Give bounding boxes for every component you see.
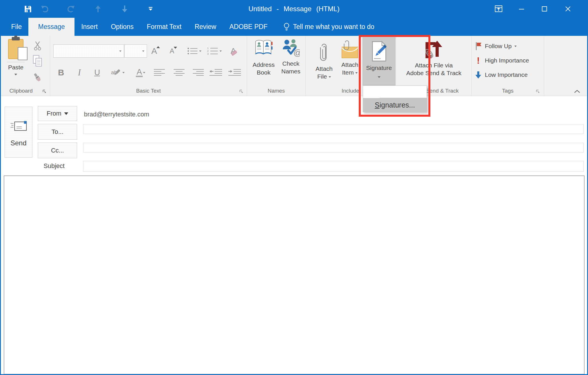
- high-importance-label: High Importance: [485, 57, 529, 64]
- message-body-editor[interactable]: [4, 175, 585, 374]
- to-label: To...: [52, 128, 64, 136]
- align-center-button[interactable]: [172, 65, 187, 80]
- send-label: Send: [10, 139, 26, 147]
- format-painter-button[interactable]: [31, 71, 44, 84]
- font-color-icon: A: [137, 67, 142, 78]
- lightbulb-icon: [283, 22, 290, 31]
- titlebar: Untitled - Message (HTML): [0, 0, 588, 18]
- svg-text:1: 1: [207, 47, 209, 50]
- clear-formatting-button[interactable]: A: [226, 44, 241, 58]
- group-names: Address Book @ Check Names Names: [247, 36, 306, 96]
- collapse-ribbon-button[interactable]: [574, 89, 581, 93]
- increase-indent-icon: [228, 69, 242, 76]
- svg-text:2: 2: [207, 50, 209, 52]
- ribbon-display-options-icon: [495, 5, 503, 13]
- grow-font-button[interactable]: A: [149, 44, 164, 58]
- attach-file-dropdown-arrow: [329, 76, 331, 78]
- paste-label: Paste: [8, 64, 23, 71]
- attach-item-button[interactable]: Attach Item: [338, 37, 362, 85]
- adobe-send-track-icon: [423, 40, 445, 60]
- maximize-button[interactable]: [535, 0, 554, 18]
- cut-button[interactable]: [31, 40, 44, 51]
- close-icon: [565, 5, 571, 12]
- signature-dropdown-arrow: [378, 76, 381, 78]
- ribbon-display-options-button[interactable]: [489, 0, 508, 18]
- high-importance-button[interactable]: ! High Importance: [475, 54, 529, 67]
- paste-clipboard-icon: [8, 39, 23, 59]
- to-button[interactable]: To...: [38, 124, 77, 140]
- numbering-button[interactable]: 1 2 3: [205, 44, 223, 58]
- shrink-font-button[interactable]: A: [167, 44, 181, 58]
- bold-button[interactable]: B: [54, 65, 68, 80]
- numbering-dropdown-arrow: [219, 50, 222, 52]
- scissors-icon: [33, 40, 42, 51]
- font-color-button[interactable]: A: [132, 65, 150, 80]
- from-button[interactable]: From: [38, 106, 77, 121]
- tab-adobe-pdf[interactable]: ADOBE PDF: [223, 18, 274, 36]
- minimize-icon: [518, 5, 525, 12]
- bullets-button[interactable]: [185, 44, 203, 58]
- basic-text-group-label: Basic Text: [50, 88, 247, 94]
- attach-file-label-2: File: [317, 73, 331, 80]
- font-name-combo[interactable]: [53, 44, 124, 58]
- underline-button[interactable]: U: [90, 65, 104, 80]
- to-input[interactable]: [83, 124, 584, 134]
- address-book-icon: [254, 39, 273, 57]
- attach-via-adobe-button[interactable]: Attach File via Adobe Send & Track: [396, 37, 472, 85]
- attach-item-envelope-icon: [341, 40, 358, 60]
- basic-text-dialog-launcher[interactable]: [239, 89, 243, 93]
- cc-input[interactable]: [83, 143, 584, 153]
- clipboard-dialog-launcher[interactable]: [42, 89, 46, 93]
- check-names-button[interactable]: @ Check Names: [279, 37, 303, 85]
- group-basic-text: A A 1 2 3 A B: [50, 36, 247, 96]
- signatures-menu-item[interactable]: Signatures...: [363, 98, 427, 112]
- decrease-indent-icon: [209, 69, 223, 76]
- attach-item-label-1: Attach: [341, 61, 358, 69]
- tab-format-text[interactable]: Format Text: [140, 18, 188, 36]
- subject-input[interactable]: [83, 161, 584, 172]
- numbering-icon: 1 2 3: [207, 47, 218, 55]
- close-button[interactable]: [559, 0, 577, 18]
- grow-font-icon: A: [151, 46, 157, 56]
- font-name-dropdown-arrow: [119, 50, 121, 52]
- align-left-icon: [154, 69, 165, 76]
- attach-item-dropdown-arrow: [355, 72, 358, 74]
- attach-item-label-2: Item: [342, 69, 358, 76]
- adobe-button-label-1: Attach File via: [415, 61, 453, 69]
- font-size-combo[interactable]: [124, 44, 147, 58]
- tab-options[interactable]: Options: [104, 18, 140, 36]
- low-importance-button[interactable]: Low Importance: [475, 69, 528, 81]
- clear-formatting-icon: A: [231, 46, 236, 56]
- font-color-dropdown-arrow: [143, 72, 145, 73]
- increase-indent-button[interactable]: [227, 65, 243, 80]
- decrease-indent-button[interactable]: [208, 65, 224, 80]
- copy-button[interactable]: [31, 54, 44, 69]
- align-left-button[interactable]: [152, 65, 167, 80]
- ribbon-tab-row: File Message Insert Options Format Text …: [0, 18, 588, 36]
- tab-review[interactable]: Review: [188, 18, 223, 36]
- align-right-button[interactable]: [191, 65, 205, 80]
- address-book-button[interactable]: Address Book: [252, 37, 276, 85]
- send-button[interactable]: Send: [5, 107, 32, 158]
- copy-icon: [32, 54, 43, 68]
- paste-dropdown-arrow: [14, 74, 17, 75]
- signature-button[interactable]: Signature: [362, 37, 395, 85]
- minimize-button[interactable]: [512, 0, 531, 18]
- check-names-icon: @: [282, 38, 300, 57]
- tab-insert[interactable]: Insert: [75, 18, 104, 36]
- tab-message[interactable]: Message: [28, 18, 75, 36]
- bold-icon: B: [58, 68, 64, 77]
- tags-dialog-launcher[interactable]: [536, 89, 540, 93]
- group-clipboard: Paste Clipboard: [1, 36, 50, 96]
- attach-file-button[interactable]: Attach File: [311, 37, 337, 85]
- tell-me-box[interactable]: Tell me what you want to do: [283, 18, 375, 36]
- italic-button[interactable]: I: [74, 65, 85, 80]
- paste-button[interactable]: Paste: [4, 38, 28, 84]
- address-book-label-2: Book: [257, 69, 271, 76]
- follow-up-button[interactable]: Follow Up: [475, 40, 517, 52]
- attach-file-label-1: Attach: [315, 65, 333, 73]
- tab-file[interactable]: File: [5, 18, 28, 36]
- text-highlight-button[interactable]: ab: [107, 65, 129, 80]
- cc-button[interactable]: Cc...: [38, 142, 77, 158]
- attach-file-paperclip-icon: [320, 40, 328, 63]
